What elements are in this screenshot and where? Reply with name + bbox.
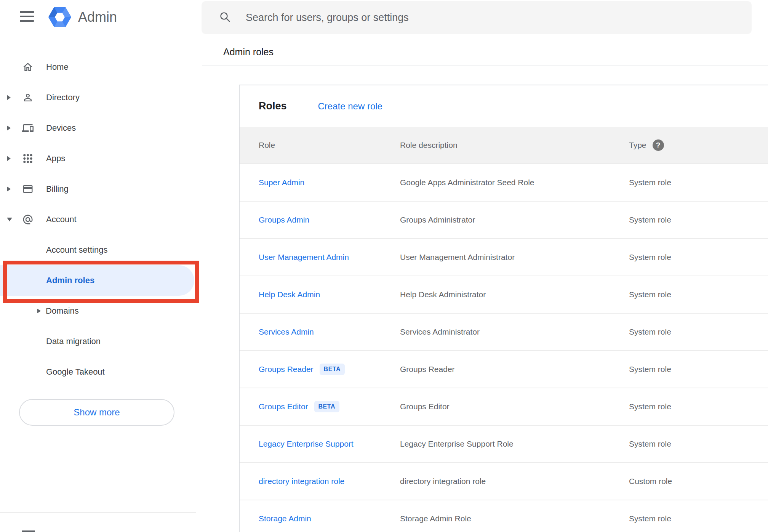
role-type: System role: [629, 402, 768, 411]
role-type: System role: [629, 439, 768, 449]
role-description: Groups Reader: [400, 365, 629, 374]
credit-card-icon: [22, 183, 34, 195]
sidebar-item-label: Account: [46, 215, 77, 224]
admin-console-screen: Admin Home Directory: [0, 0, 768, 532]
column-header-type-label: Type: [629, 141, 646, 150]
role-cell: directory integration role: [259, 477, 400, 486]
sidebar-item-label: Account settings: [46, 245, 107, 255]
role-link[interactable]: Groups Reader: [259, 365, 314, 374]
column-header-role: Role: [259, 141, 400, 150]
role-cell: Super Admin: [259, 178, 400, 187]
sidebar-item-label: Data migration: [46, 337, 101, 346]
sidebar-item-directory[interactable]: Directory: [0, 82, 196, 113]
sidebar-item-billing[interactable]: Billing: [0, 174, 196, 204]
expand-arrow-icon[interactable]: [7, 156, 11, 161]
column-header-role-description: Role description: [400, 141, 629, 150]
expand-arrow-icon[interactable]: [7, 95, 11, 100]
sidebar-item-domains[interactable]: Domains: [0, 296, 196, 326]
collapse-arrow-icon[interactable]: [7, 218, 12, 221]
app-title: Admin: [78, 8, 117, 26]
expand-arrow-icon[interactable]: [37, 309, 41, 313]
role-link[interactable]: Groups Editor: [259, 402, 308, 411]
sidebar: Admin Home Directory: [0, 0, 196, 532]
role-description: Groups Administrator: [400, 215, 629, 224]
table-row: Help Desk Admin Help Desk Administrator …: [240, 276, 768, 314]
at-sign-icon: [22, 214, 34, 225]
hamburger-menu-icon[interactable]: [20, 11, 34, 22]
table-row: User Management Admin User Management Ad…: [240, 239, 768, 276]
sidebar-item-label: Google Takeout: [46, 367, 105, 377]
role-type: Custom role: [629, 477, 768, 486]
sidebar-item-data-migration[interactable]: Data migration: [0, 326, 196, 357]
sidebar-item-apps[interactable]: Apps: [0, 143, 196, 174]
show-more-button[interactable]: Show more: [19, 399, 174, 426]
role-cell: Groups Admin: [259, 215, 400, 224]
sidebar-nav: Home Directory Devices: [0, 52, 196, 387]
role-link[interactable]: Services Admin: [259, 327, 314, 337]
roles-card-header: Roles Create new role: [240, 85, 768, 127]
sidebar-item-label: Devices: [46, 123, 76, 133]
role-cell: Storage Admin: [259, 514, 400, 523]
expand-arrow-icon[interactable]: [7, 186, 11, 192]
role-description: User Management Administrator: [400, 253, 629, 262]
role-description: Groups Editor: [400, 402, 629, 411]
admin-logo-icon: [48, 6, 71, 29]
help-icon[interactable]: ?: [653, 139, 664, 151]
selected-item-highlight: [0, 265, 194, 296]
search-input[interactable]: [245, 11, 744, 24]
breadcrumb: Admin roles: [223, 46, 274, 58]
table-row: Groups Admin Groups Administrator System…: [240, 202, 768, 239]
role-link[interactable]: Help Desk Admin: [259, 290, 320, 299]
role-cell: Legacy Enterprise Support: [259, 439, 400, 449]
sidebar-item-label: Apps: [46, 154, 65, 163]
roles-table-header: Role Role description Type ?: [240, 127, 768, 164]
sidebar-item-account[interactable]: Account: [0, 204, 196, 235]
role-link[interactable]: Legacy Enterprise Support: [259, 439, 354, 449]
role-type: System role: [629, 514, 768, 523]
role-cell: Services Admin: [259, 327, 400, 337]
sidebar-bottom-divider: [0, 512, 196, 513]
beta-badge: BETA: [320, 364, 345, 375]
table-row: Storage Admin Storage Admin Role System …: [240, 500, 768, 532]
sidebar-item-google-takeout[interactable]: Google Takeout: [0, 357, 196, 387]
role-type: System role: [629, 327, 768, 337]
role-cell: Help Desk Admin: [259, 290, 400, 299]
sidebar-item-admin-roles[interactable]: Admin roles: [0, 265, 196, 296]
roles-table-body: Super Admin Google Apps Administrator Se…: [240, 164, 768, 532]
sidebar-item-label: Home: [46, 62, 69, 72]
table-row: Super Admin Google Apps Administrator Se…: [240, 164, 768, 202]
sidebar-item-label: Domains: [46, 306, 79, 316]
table-row: Groups Editor BETA Groups Editor System …: [240, 388, 768, 426]
role-type: System role: [629, 215, 768, 224]
roles-title: Roles: [259, 100, 287, 112]
sidebar-item-account-settings[interactable]: Account settings: [0, 235, 196, 265]
role-link[interactable]: Storage Admin: [259, 514, 311, 523]
role-description: Storage Admin Role: [400, 514, 629, 523]
partial-device-icon: [22, 530, 35, 532]
table-row: Legacy Enterprise Support Legacy Enterpr…: [240, 426, 768, 463]
role-link[interactable]: directory integration role: [259, 477, 344, 486]
role-cell: User Management Admin: [259, 253, 400, 262]
create-new-role-link[interactable]: Create new role: [318, 101, 382, 112]
table-row: Groups Reader BETA Groups Reader System …: [240, 351, 768, 388]
sidebar-item-label: Billing: [46, 184, 69, 194]
sidebar-item-label: Directory: [46, 93, 80, 103]
role-description: Google Apps Administrator Seed Role: [400, 178, 629, 187]
role-description: Legacy Enterprise Support Role: [400, 439, 629, 449]
role-type: System role: [629, 290, 768, 299]
sidebar-item-home[interactable]: Home: [0, 52, 196, 82]
role-link[interactable]: User Management Admin: [259, 253, 349, 262]
role-link[interactable]: Super Admin: [259, 178, 304, 187]
role-cell: Groups Editor BETA: [259, 401, 400, 412]
search-bar[interactable]: [202, 1, 752, 34]
role-link[interactable]: Groups Admin: [259, 215, 309, 224]
beta-badge: BETA: [314, 401, 339, 412]
sidebar-item-devices[interactable]: Devices: [0, 113, 196, 143]
role-description: Help Desk Administrator: [400, 290, 629, 299]
roles-card: Roles Create new role Role Role descript…: [239, 85, 768, 532]
role-type: System role: [629, 365, 768, 374]
person-icon: [22, 92, 34, 103]
expand-arrow-icon[interactable]: [7, 125, 11, 131]
role-type: System role: [629, 178, 768, 187]
role-cell: Groups Reader BETA: [259, 364, 400, 375]
